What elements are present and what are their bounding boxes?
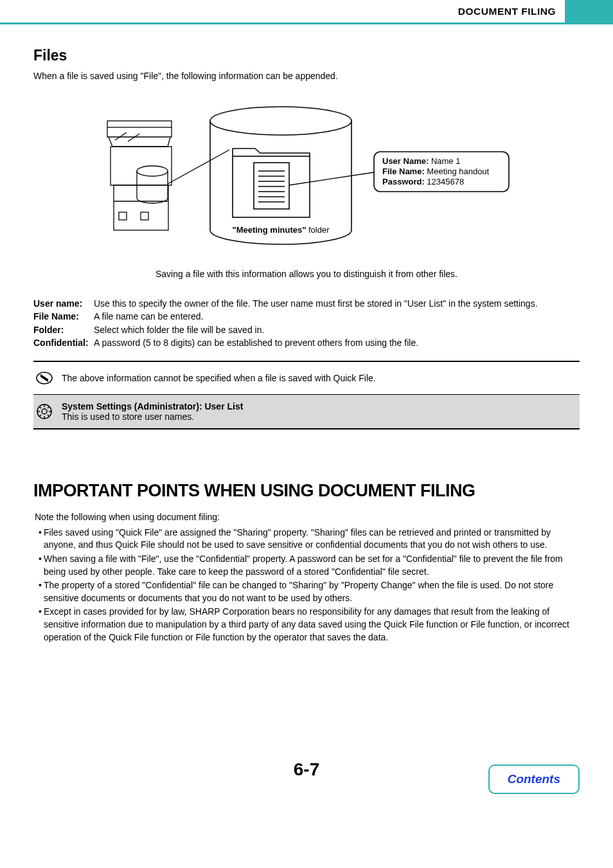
important-bullets: Note the following when using document f… xyxy=(33,511,580,644)
svg-text:Password: 12345678: Password: 12345678 xyxy=(382,177,464,186)
important-intro: Note the following when using document f… xyxy=(35,511,580,524)
contents-button[interactable]: Contents xyxy=(488,764,580,794)
note-box: The above information cannot be specifie… xyxy=(33,361,580,395)
files-caption: Saving a file with this information allo… xyxy=(33,269,580,279)
def-label: Folder: xyxy=(33,323,94,336)
svg-text:File Name: Meeting handout: File Name: Meeting handout xyxy=(382,167,490,176)
def-label: File Name: xyxy=(33,310,94,323)
bullet-icon: • xyxy=(35,606,44,644)
bullet-text: When saving a file with "File", use the … xyxy=(44,553,580,578)
svg-line-35 xyxy=(39,415,41,417)
def-label: Confidential: xyxy=(33,336,94,349)
page-footer: 6-7 Contents xyxy=(0,759,613,811)
files-intro: When a file is saved using "File", the f… xyxy=(33,71,580,81)
header-title: DOCUMENT FILING xyxy=(0,0,565,23)
bullet-text: The property of a stored "Confidential" … xyxy=(44,579,580,604)
svg-line-8 xyxy=(128,134,139,141)
bullet-text: Except in cases provided for by law, SHA… xyxy=(44,606,580,644)
page-header: DOCUMENT FILING xyxy=(0,0,613,24)
def-desc: A password (5 to 8 digits) can be establ… xyxy=(94,336,580,349)
important-heading: IMPORTANT POINTS WHEN USING DOCUMENT FIL… xyxy=(33,481,580,501)
note-icon xyxy=(36,370,53,386)
svg-point-10 xyxy=(210,107,351,135)
svg-rect-3 xyxy=(119,212,127,220)
svg-text:"Meeting minutes" folder: "Meeting minutes" folder xyxy=(232,225,330,235)
files-diagram: "Meeting minutes" folder User Name: Name… xyxy=(33,102,580,256)
def-desc: Use this to specify the owner of the fil… xyxy=(94,297,580,310)
gear-icon xyxy=(36,403,53,420)
svg-line-36 xyxy=(48,406,49,408)
admin-box: System Settings (Administrator): User Li… xyxy=(33,395,580,429)
bullet-icon: • xyxy=(35,553,44,578)
svg-point-6 xyxy=(137,166,168,176)
admin-desc: This is used to store user names. xyxy=(62,411,243,422)
admin-text: System Settings (Administrator): User Li… xyxy=(62,401,243,422)
bullet-text: Files saved using "Quick File" are assig… xyxy=(44,527,580,552)
note-text: The above information cannot be specifie… xyxy=(62,373,376,383)
definition-list: User name:Use this to specify the owner … xyxy=(33,297,580,349)
def-desc: Select which folder the file will be sav… xyxy=(94,323,580,336)
def-desc: A file name can be entered. xyxy=(94,310,580,323)
files-heading: Files xyxy=(33,47,580,64)
svg-line-33 xyxy=(39,406,41,408)
svg-line-21 xyxy=(289,172,374,185)
svg-rect-2 xyxy=(114,185,168,230)
svg-point-28 xyxy=(42,409,47,414)
bullet-icon: • xyxy=(35,579,44,604)
svg-text:User Name: Name 1: User Name: Name 1 xyxy=(382,156,460,166)
svg-line-34 xyxy=(48,415,49,417)
def-label: User name: xyxy=(33,297,94,310)
svg-rect-0 xyxy=(107,121,172,127)
admin-title: System Settings (Administrator): User Li… xyxy=(62,401,243,411)
svg-rect-4 xyxy=(141,212,148,220)
svg-rect-1 xyxy=(111,147,172,185)
svg-line-7 xyxy=(115,132,127,140)
bullet-icon: • xyxy=(35,527,44,552)
header-accent-tab xyxy=(565,0,613,23)
svg-line-9 xyxy=(168,150,229,184)
